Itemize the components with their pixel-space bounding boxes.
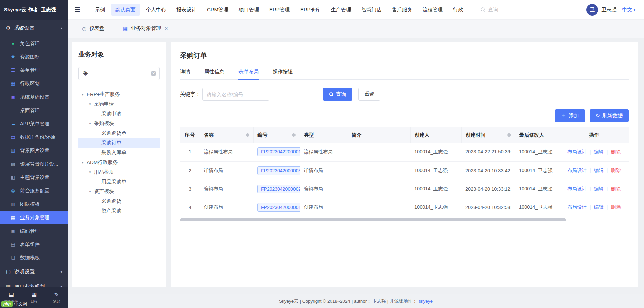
column-header[interactable]: 操作 (559, 127, 629, 143)
tree-node[interactable]: 采购退货单 (78, 128, 160, 138)
row-action-link[interactable]: 编辑 (594, 186, 604, 191)
hamburger-icon[interactable]: ☰ (74, 6, 80, 14)
keyword-input[interactable] (202, 88, 269, 101)
tree-node[interactable]: 采购申请 (78, 109, 160, 119)
tree-node[interactable]: 资产采购 (78, 206, 160, 216)
tree-search-input[interactable] (78, 67, 160, 80)
detail-tab[interactable]: 操作按钮 (273, 69, 293, 79)
top-nav-item[interactable]: 个人中心 (142, 4, 170, 16)
tree-node[interactable]: ▾ 资产模块 (78, 187, 160, 196)
row-action-link[interactable]: 删除 (611, 204, 621, 210)
sidebar-section-system-settings[interactable]: ⚙ 系统设置 ▴ (0, 20, 68, 37)
top-nav-item[interactable]: 生产管理 (327, 4, 356, 16)
top-nav-item[interactable]: 项目管理 (234, 4, 263, 16)
sort-carets-icon[interactable] (292, 133, 296, 137)
code-badge[interactable]: FP2023042200001 (257, 147, 300, 156)
caret-down-icon[interactable]: ▾ (88, 189, 92, 194)
code-badge[interactable]: FP2023042000002 (257, 185, 300, 193)
top-nav-item[interactable]: 行政 (449, 4, 468, 16)
sort-carets-icon[interactable] (246, 133, 249, 137)
column-header[interactable]: 最后修改人 (515, 127, 559, 143)
global-search[interactable]: 查询 (480, 7, 498, 13)
query-button[interactable]: 查询 (323, 88, 352, 101)
open-tab[interactable]: ◷ 仪表盘 (82, 25, 104, 32)
sidebar-collapsed-section[interactable]: ▢ 说明设置 ▾ (0, 264, 68, 279)
sidebar-item[interactable]: ◧ 主题背景设置 (0, 171, 68, 184)
tree-node[interactable]: ▾ 采购模块 (78, 119, 160, 128)
row-action-link[interactable]: 删除 (611, 186, 621, 191)
sidebar-item[interactable]: ☰ 菜单管理 (0, 63, 68, 77)
top-nav-item[interactable]: 智慧门店 (357, 4, 386, 16)
tree-node[interactable]: 采购退货 (78, 196, 160, 206)
tree-node[interactable]: 采购订单 (78, 138, 160, 148)
row-action-link[interactable]: 布局设计 (567, 149, 587, 155)
reset-button[interactable]: 重置 (358, 88, 380, 101)
row-action-link[interactable]: 编辑 (594, 204, 604, 210)
tree-node[interactable]: ▾ ADM行政服务 (78, 158, 160, 167)
sidebar-item[interactable]: ▥ 团队模板 (0, 197, 68, 211)
column-header[interactable]: 类型 (300, 127, 347, 143)
refresh-button[interactable]: ↻ 刷新数据 (590, 109, 629, 122)
language-switcher[interactable]: 中文 ▾ (622, 7, 635, 13)
top-nav-item[interactable]: ERP仓库 (296, 4, 325, 16)
column-header[interactable]: 创建时间 (461, 127, 515, 143)
top-nav-item[interactable]: 默认桌面 (111, 4, 140, 16)
row-action-link[interactable]: 布局设计 (567, 204, 587, 210)
sidebar-item[interactable]: ◎ 前台服务配置 (0, 184, 68, 197)
detail-tab[interactable]: 属性信息 (204, 69, 224, 79)
detail-tab[interactable]: 详情 (180, 69, 190, 79)
tree-node[interactable]: 用品采购单 (78, 177, 160, 187)
column-header[interactable]: 简介 (347, 127, 410, 143)
tree-node[interactable]: ▾ 采购申请 (78, 99, 160, 109)
sidebar-item[interactable]: ▧ 背景图片设置 (0, 144, 68, 157)
column-header[interactable]: 编号 (253, 127, 300, 143)
column-header[interactable]: 序号 (180, 127, 200, 143)
sidebar-item[interactable]: ▣ 编码管理 (0, 224, 68, 238)
add-button[interactable]: ＋ 添加 (555, 109, 585, 122)
column-header[interactable]: 创建人 (410, 127, 461, 143)
column-header[interactable]: 名称 (200, 127, 253, 143)
sort-carets-icon[interactable] (507, 133, 511, 137)
opensource-link[interactable]: skyeye (419, 299, 433, 304)
top-nav-item[interactable]: 售后服务 (388, 4, 417, 16)
open-tab[interactable]: ▦ 业务对象管理 × (123, 25, 168, 32)
close-icon[interactable]: × (165, 26, 168, 32)
tree-node[interactable]: ▾ 用品模块 (78, 167, 160, 177)
avatar[interactable]: 卫 (586, 4, 598, 16)
clear-circle-icon[interactable]: ✕ (151, 71, 156, 76)
row-action-link[interactable]: 删除 (611, 168, 621, 173)
caret-down-icon[interactable]: ▾ (80, 92, 85, 97)
row-action-link[interactable]: 编辑 (594, 149, 604, 155)
sidebar-item[interactable]: 桌面管理 (0, 104, 68, 117)
sidebar-item[interactable]: ▣ 系统基础设置 (0, 90, 68, 104)
sidebar-item[interactable]: ▨ 锁屏背景图片设... (0, 157, 68, 171)
sidebar-item[interactable]: ▤ 表单组件 (0, 238, 68, 251)
caret-down-icon[interactable]: ▾ (80, 160, 85, 165)
row-action-link[interactable]: 布局设计 (567, 186, 587, 191)
tree-node[interactable]: ▾ ERP+生产服务 (78, 89, 160, 99)
top-nav-item[interactable]: ERP管理 (265, 4, 294, 16)
code-badge[interactable]: FP2023042000003 (257, 166, 300, 175)
sidebar-item[interactable]: ▦ 业务对象管理 (0, 211, 68, 224)
row-action-link[interactable]: 布局设计 (567, 168, 587, 173)
sidebar-item[interactable]: ● 角色管理 (0, 37, 68, 50)
sidebar-item[interactable]: ▤ 数据库备份/还原 (0, 130, 68, 144)
row-action-link[interactable]: 删除 (611, 149, 621, 155)
row-action-link[interactable]: 编辑 (594, 168, 604, 173)
dock-item[interactable]: ✎ 笔记 (45, 287, 68, 308)
user-name[interactable]: 卫志强 (601, 7, 616, 13)
top-nav-item[interactable]: 报表设计 (172, 4, 201, 16)
tree-node[interactable]: 采购入库单 (78, 148, 160, 158)
scrollbar-thumb[interactable] (180, 218, 566, 221)
code-badge[interactable]: FP2023042000001 (257, 203, 300, 212)
sidebar-item[interactable]: ☁ APP菜单管理 (0, 117, 68, 130)
top-nav-item[interactable]: 示例 (91, 4, 109, 16)
sidebar-item[interactable]: ❖ 资源图标 (0, 50, 68, 63)
top-nav-item[interactable]: CRM管理 (203, 4, 233, 16)
sidebar-item[interactable]: ▦ 行政区划 (0, 77, 68, 90)
caret-down-icon[interactable]: ▾ (88, 121, 92, 126)
top-nav-item[interactable]: 流程管理 (418, 4, 447, 16)
sidebar-collapsed-section[interactable]: ▧ 项目业务规划 ▾ (0, 279, 68, 287)
caret-down-icon[interactable]: ▾ (88, 170, 92, 174)
caret-down-icon[interactable]: ▾ (88, 102, 92, 106)
